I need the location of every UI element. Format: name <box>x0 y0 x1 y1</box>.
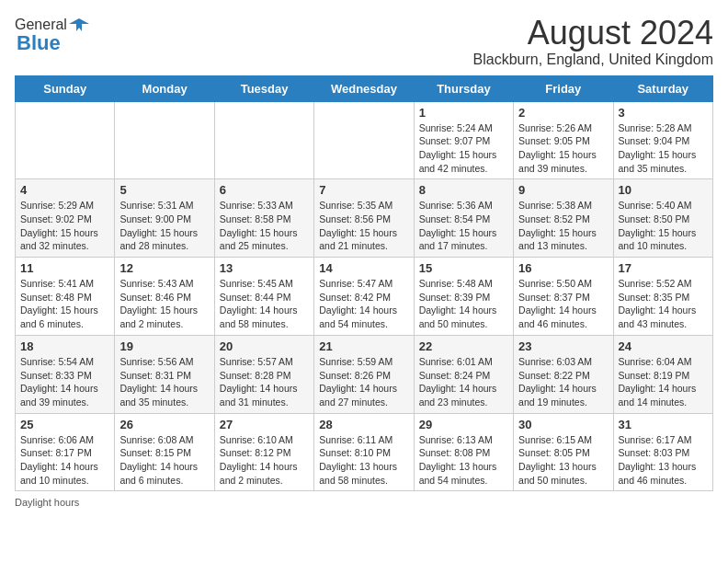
day-number: 7 <box>319 183 408 197</box>
day-number: 6 <box>220 183 309 197</box>
day-cell-8: 8Sunrise: 5:36 AMSunset: 8:54 PMDaylight… <box>414 179 513 258</box>
day-info: Sunrise: 6:11 AMSunset: 8:10 PMDaylight:… <box>319 433 408 488</box>
day-header-wednesday: Wednesday <box>314 75 414 101</box>
day-cell-14: 14Sunrise: 5:47 AMSunset: 8:42 PMDayligh… <box>314 258 414 336</box>
location-subtitle: Blackburn, England, United Kingdom <box>473 52 714 68</box>
day-number: 4 <box>20 183 109 197</box>
day-cell-5: 5Sunrise: 5:31 AMSunset: 9:00 PMDaylight… <box>115 179 214 258</box>
day-cell-16: 16Sunrise: 5:50 AMSunset: 8:37 PMDayligh… <box>514 258 613 336</box>
day-header-sunday: Sunday <box>16 75 115 101</box>
day-header-saturday: Saturday <box>613 75 712 101</box>
day-cell-10: 10Sunrise: 5:40 AMSunset: 8:50 PMDayligh… <box>613 179 712 258</box>
day-number: 21 <box>319 339 408 353</box>
footer-note: Daylight hours <box>15 497 713 508</box>
svg-marker-0 <box>69 18 89 31</box>
calendar-table: SundayMondayTuesdayWednesdayThursdayFrid… <box>15 75 713 492</box>
day-header-friday: Friday <box>514 75 613 101</box>
day-info: Sunrise: 5:28 AMSunset: 9:04 PMDaylight:… <box>619 121 708 176</box>
daylight-label: Daylight hours <box>15 497 79 508</box>
day-cell-21: 21Sunrise: 5:59 AMSunset: 8:26 PMDayligh… <box>314 335 414 413</box>
day-cell-7: 7Sunrise: 5:35 AMSunset: 8:56 PMDaylight… <box>314 179 414 258</box>
day-info: Sunrise: 5:48 AMSunset: 8:39 PMDaylight:… <box>419 277 508 331</box>
day-info: Sunrise: 5:40 AMSunset: 8:50 PMDaylight:… <box>619 199 708 253</box>
day-number: 26 <box>119 418 209 431</box>
logo: General Blue <box>15 15 89 55</box>
day-number: 25 <box>20 418 109 431</box>
day-info: Sunrise: 6:01 AMSunset: 8:24 PMDaylight:… <box>419 355 508 409</box>
day-number: 11 <box>20 261 109 275</box>
day-cell-3: 3Sunrise: 5:28 AMSunset: 9:04 PMDaylight… <box>613 101 712 179</box>
day-info: Sunrise: 5:56 AMSunset: 8:31 PMDaylight:… <box>119 355 209 409</box>
day-cell-29: 29Sunrise: 6:13 AMSunset: 8:08 PMDayligh… <box>414 413 513 491</box>
day-cell-23: 23Sunrise: 6:03 AMSunset: 8:22 PMDayligh… <box>514 335 613 413</box>
day-number: 9 <box>518 183 608 197</box>
day-number: 28 <box>319 418 408 431</box>
empty-cell <box>214 101 313 179</box>
day-info: Sunrise: 5:54 AMSunset: 8:33 PMDaylight:… <box>20 355 109 409</box>
day-number: 29 <box>419 418 508 431</box>
day-header-thursday: Thursday <box>414 75 513 101</box>
day-number: 22 <box>419 339 508 353</box>
empty-cell <box>16 101 115 179</box>
day-header-tuesday: Tuesday <box>214 75 313 101</box>
day-cell-2: 2Sunrise: 5:26 AMSunset: 9:05 PMDaylight… <box>514 101 613 179</box>
day-number: 13 <box>220 261 309 275</box>
day-info: Sunrise: 5:41 AMSunset: 8:48 PMDaylight:… <box>20 277 109 331</box>
day-info: Sunrise: 5:38 AMSunset: 8:52 PMDaylight:… <box>518 199 608 253</box>
day-info: Sunrise: 5:59 AMSunset: 8:26 PMDaylight:… <box>319 355 408 409</box>
day-cell-20: 20Sunrise: 5:57 AMSunset: 8:28 PMDayligh… <box>214 335 313 413</box>
day-cell-22: 22Sunrise: 6:01 AMSunset: 8:24 PMDayligh… <box>414 335 513 413</box>
day-info: Sunrise: 6:04 AMSunset: 8:19 PMDaylight:… <box>619 355 708 409</box>
day-number: 8 <box>419 183 508 197</box>
day-number: 1 <box>419 106 508 120</box>
week-row-3: 11Sunrise: 5:41 AMSunset: 8:48 PMDayligh… <box>16 258 713 336</box>
day-cell-24: 24Sunrise: 6:04 AMSunset: 8:19 PMDayligh… <box>613 335 712 413</box>
month-year-title: August 2024 <box>473 15 714 52</box>
day-cell-30: 30Sunrise: 6:15 AMSunset: 8:05 PMDayligh… <box>514 413 613 491</box>
day-number: 16 <box>518 261 608 275</box>
day-number: 18 <box>20 339 109 353</box>
day-header-monday: Monday <box>115 75 214 101</box>
day-cell-4: 4Sunrise: 5:29 AMSunset: 9:02 PMDaylight… <box>16 179 115 258</box>
day-cell-9: 9Sunrise: 5:38 AMSunset: 8:52 PMDaylight… <box>514 179 613 258</box>
day-number: 5 <box>119 183 209 197</box>
week-row-4: 18Sunrise: 5:54 AMSunset: 8:33 PMDayligh… <box>16 335 713 413</box>
day-cell-6: 6Sunrise: 5:33 AMSunset: 8:58 PMDaylight… <box>214 179 313 258</box>
day-number: 27 <box>220 418 309 431</box>
day-info: Sunrise: 5:57 AMSunset: 8:28 PMDaylight:… <box>220 355 309 409</box>
day-info: Sunrise: 5:29 AMSunset: 9:02 PMDaylight:… <box>20 199 109 253</box>
day-cell-18: 18Sunrise: 5:54 AMSunset: 8:33 PMDayligh… <box>16 335 115 413</box>
day-number: 15 <box>419 261 508 275</box>
day-number: 2 <box>518 106 608 120</box>
logo-blue-text: Blue <box>17 31 61 55</box>
day-info: Sunrise: 5:45 AMSunset: 8:44 PMDaylight:… <box>220 277 309 331</box>
day-info: Sunrise: 5:33 AMSunset: 8:58 PMDaylight:… <box>220 199 309 253</box>
day-info: Sunrise: 5:35 AMSunset: 8:56 PMDaylight:… <box>319 199 408 253</box>
day-cell-25: 25Sunrise: 6:06 AMSunset: 8:17 PMDayligh… <box>16 413 115 491</box>
day-info: Sunrise: 5:26 AMSunset: 9:05 PMDaylight:… <box>518 121 608 176</box>
day-cell-17: 17Sunrise: 5:52 AMSunset: 8:35 PMDayligh… <box>613 258 712 336</box>
day-info: Sunrise: 6:03 AMSunset: 8:22 PMDaylight:… <box>518 355 608 409</box>
day-cell-12: 12Sunrise: 5:43 AMSunset: 8:46 PMDayligh… <box>115 258 214 336</box>
day-number: 17 <box>619 261 708 275</box>
week-row-2: 4Sunrise: 5:29 AMSunset: 9:02 PMDaylight… <box>16 179 713 258</box>
day-info: Sunrise: 5:50 AMSunset: 8:37 PMDaylight:… <box>518 277 608 331</box>
day-cell-13: 13Sunrise: 5:45 AMSunset: 8:44 PMDayligh… <box>214 258 313 336</box>
day-info: Sunrise: 6:13 AMSunset: 8:08 PMDaylight:… <box>419 433 508 488</box>
empty-cell <box>115 101 214 179</box>
week-row-1: 1Sunrise: 5:24 AMSunset: 9:07 PMDaylight… <box>16 101 713 179</box>
day-number: 12 <box>119 261 209 275</box>
title-area: August 2024 Blackburn, England, United K… <box>473 15 714 68</box>
day-info: Sunrise: 5:52 AMSunset: 8:35 PMDaylight:… <box>619 277 708 331</box>
day-info: Sunrise: 6:17 AMSunset: 8:03 PMDaylight:… <box>619 433 708 488</box>
day-info: Sunrise: 6:08 AMSunset: 8:15 PMDaylight:… <box>119 433 209 488</box>
day-info: Sunrise: 5:43 AMSunset: 8:46 PMDaylight:… <box>119 277 209 331</box>
day-cell-11: 11Sunrise: 5:41 AMSunset: 8:48 PMDayligh… <box>16 258 115 336</box>
day-number: 19 <box>119 339 209 353</box>
day-number: 14 <box>319 261 408 275</box>
logo-bird-icon <box>69 15 89 35</box>
day-info: Sunrise: 5:31 AMSunset: 9:00 PMDaylight:… <box>119 199 209 253</box>
day-cell-26: 26Sunrise: 6:08 AMSunset: 8:15 PMDayligh… <box>115 413 214 491</box>
day-number: 30 <box>518 418 608 431</box>
days-header-row: SundayMondayTuesdayWednesdayThursdayFrid… <box>16 75 713 101</box>
